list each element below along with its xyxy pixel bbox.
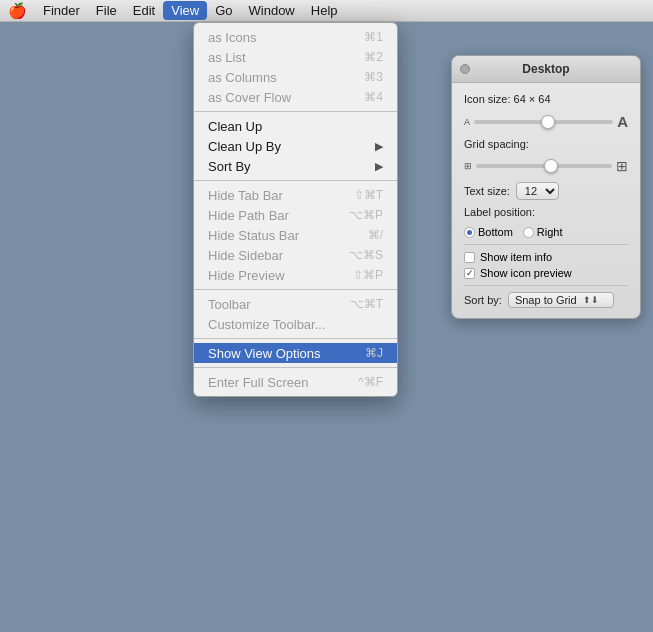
sort-by-dropdown[interactable]: Snap to Grid ⬆⬇ (508, 292, 614, 308)
grid-spacing-slider[interactable] (476, 164, 612, 168)
menu-item-hide-preview-label: Hide Preview (208, 268, 285, 283)
grid-spacing-label: Grid spacing: (464, 138, 529, 150)
menu-item-as-cover-flow-label: as Cover Flow (208, 90, 291, 105)
menu-item-hide-preview-shortcut: ⇧⌘P (353, 268, 383, 282)
icon-size-row: Icon size: 64 × 64 (464, 93, 628, 105)
menu-item-sort-by[interactable]: Sort By ▶ (194, 156, 397, 176)
menu-item-clean-up-by-label: Clean Up By (208, 139, 281, 154)
menubar-view[interactable]: View (163, 1, 207, 20)
panel-separator-2 (464, 285, 628, 286)
menu-item-hide-tab-bar[interactable]: Hide Tab Bar ⇧⌘T (194, 185, 397, 205)
menu-item-enter-full-screen-shortcut: ^⌘F (358, 375, 383, 389)
menu-item-enter-full-screen-label: Enter Full Screen (208, 375, 308, 390)
menu-item-hide-tab-bar-label: Hide Tab Bar (208, 188, 283, 203)
separator-1 (194, 111, 397, 112)
menu-item-as-columns-shortcut: ⌘3 (364, 70, 383, 84)
menu-item-as-list[interactable]: as List ⌘2 (194, 47, 397, 67)
label-position-label: Label position: (464, 206, 535, 218)
apple-menu[interactable]: 🍎 (8, 2, 27, 20)
desktop-panel: Desktop Icon size: 64 × 64 A A Grid spac… (451, 55, 641, 319)
menubar-help[interactable]: Help (303, 1, 346, 20)
icon-size-large-icon: A (617, 113, 628, 130)
panel-body: Icon size: 64 × 64 A A Grid spacing: ⊞ ⊞… (452, 83, 640, 318)
menubar-file[interactable]: File (88, 1, 125, 20)
panel-titlebar: Desktop (452, 56, 640, 83)
separator-3 (194, 289, 397, 290)
menubar-window[interactable]: Window (241, 1, 303, 20)
menu-item-toolbar-label: Toolbar (208, 297, 251, 312)
menubar-go[interactable]: Go (207, 1, 240, 20)
menu-item-hide-sidebar-shortcut: ⌥⌘S (349, 248, 383, 262)
menu-item-as-icons-label: as Icons (208, 30, 256, 45)
icon-size-label: Icon size: (464, 93, 510, 105)
menu-item-enter-full-screen[interactable]: Enter Full Screen ^⌘F (194, 372, 397, 392)
menu-item-toolbar-shortcut: ⌥⌘T (350, 297, 383, 311)
sort-by-label: Sort by: (464, 294, 502, 306)
menu-item-as-icons[interactable]: as Icons ⌘1 (194, 27, 397, 47)
menu-item-clean-up-label: Clean Up (208, 119, 262, 134)
menubar-finder[interactable]: Finder (35, 1, 88, 20)
menu-item-hide-preview[interactable]: Hide Preview ⇧⌘P (194, 265, 397, 285)
menu-item-toolbar[interactable]: Toolbar ⌥⌘T (194, 294, 397, 314)
arrow-icon-sort-by: ▶ (375, 160, 383, 173)
icon-size-slider[interactable] (474, 120, 613, 124)
separator-4 (194, 338, 397, 339)
text-size-label: Text size: (464, 185, 510, 197)
icon-size-small-icon: A (464, 117, 470, 127)
grid-spacing-slider-container: ⊞ ⊞ (464, 158, 628, 174)
menu-item-show-view-options-label: Show View Options (208, 346, 321, 361)
menu-item-as-columns[interactable]: as Columns ⌘3 (194, 67, 397, 87)
radio-row: Bottom Right (464, 226, 628, 238)
menu-item-as-columns-label: as Columns (208, 70, 277, 85)
separator-2 (194, 180, 397, 181)
show-item-info-label: Show item info (480, 251, 552, 263)
menu-item-hide-sidebar[interactable]: Hide Sidebar ⌥⌘S (194, 245, 397, 265)
icon-size-value: 64 × 64 (514, 93, 551, 105)
radio-bottom-circle[interactable] (464, 227, 475, 238)
radio-bottom-label: Bottom (478, 226, 513, 238)
menu-item-customize-toolbar-label: Customize Toolbar... (208, 317, 326, 332)
menu-item-as-cover-flow[interactable]: as Cover Flow ⌘4 (194, 87, 397, 107)
view-dropdown-menu: as Icons ⌘1 as List ⌘2 as Columns ⌘3 as … (193, 22, 398, 397)
grid-large-icon: ⊞ (616, 158, 628, 174)
radio-right[interactable]: Right (523, 226, 563, 238)
menu-item-customize-toolbar[interactable]: Customize Toolbar... (194, 314, 397, 334)
menu-item-hide-status-bar-shortcut: ⌘/ (368, 228, 383, 242)
radio-right-circle[interactable] (523, 227, 534, 238)
grid-spacing-thumb[interactable] (544, 159, 558, 173)
menu-item-clean-up-by[interactable]: Clean Up By ▶ (194, 136, 397, 156)
menu-item-as-cover-flow-shortcut: ⌘4 (364, 90, 383, 104)
show-icon-preview-row: ✓ Show icon preview (464, 267, 628, 279)
menu-item-as-list-shortcut: ⌘2 (364, 50, 383, 64)
radio-bottom[interactable]: Bottom (464, 226, 513, 238)
menu-item-show-view-options-shortcut: ⌘J (365, 346, 383, 360)
text-size-select[interactable]: 12 10 11 13 14 16 (516, 182, 559, 200)
show-icon-preview-checkbox[interactable]: ✓ (464, 268, 475, 279)
arrow-icon-clean-up-by: ▶ (375, 140, 383, 153)
menubar-edit[interactable]: Edit (125, 1, 163, 20)
menu-item-hide-path-bar[interactable]: Hide Path Bar ⌥⌘P (194, 205, 397, 225)
menu-item-hide-status-bar[interactable]: Hide Status Bar ⌘/ (194, 225, 397, 245)
panel-title: Desktop (522, 62, 569, 76)
separator-5 (194, 367, 397, 368)
icon-size-slider-container: A A (464, 113, 628, 130)
grid-small-icon: ⊞ (464, 161, 472, 171)
traffic-light (460, 64, 470, 74)
show-item-info-checkbox[interactable] (464, 252, 475, 263)
sort-by-row: Sort by: Snap to Grid ⬆⬇ (464, 292, 628, 308)
sort-by-value: Snap to Grid (515, 294, 577, 306)
menu-item-hide-sidebar-label: Hide Sidebar (208, 248, 283, 263)
icon-size-thumb[interactable] (541, 115, 555, 129)
menu-item-show-view-options[interactable]: Show View Options ⌘J (194, 343, 397, 363)
show-icon-preview-label: Show icon preview (480, 267, 572, 279)
dropdown-arrow-icon: ⬆⬇ (583, 295, 599, 305)
grid-spacing-row: Grid spacing: (464, 138, 628, 150)
show-item-info-row: Show item info (464, 251, 628, 263)
menu-item-sort-by-label: Sort By (208, 159, 251, 174)
menu-item-clean-up[interactable]: Clean Up (194, 116, 397, 136)
text-size-row: Text size: 12 10 11 13 14 16 (464, 182, 628, 200)
label-position-row: Label position: (464, 206, 628, 218)
menu-item-as-list-label: as List (208, 50, 246, 65)
radio-right-label: Right (537, 226, 563, 238)
panel-separator-1 (464, 244, 628, 245)
